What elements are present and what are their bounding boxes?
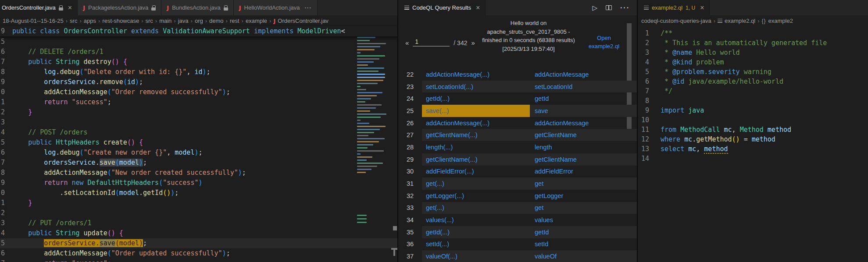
result-link-method[interactable]: valueOf: [535, 253, 557, 260]
code-line: 12where mc.getMethod() = method: [639, 135, 868, 144]
result-link-call[interactable]: getLogger(...): [426, 192, 464, 199]
result-link-method[interactable]: getId: [535, 229, 549, 236]
result-link-call[interactable]: get(...): [426, 204, 444, 211]
result-link-call[interactable]: length(...): [426, 144, 453, 151]
tab-label: CodeQL Query Results: [412, 4, 471, 11]
breadcrumb-folder[interactable]: codeql-custom-queries-java: [641, 18, 711, 24]
breadcrumb-item[interactable]: apps: [84, 18, 96, 24]
overview-ruler-mark: [393, 250, 395, 256]
run-query-icon[interactable]: ▷: [592, 4, 597, 12]
code-token: "Delete order with id: {}": [84, 68, 187, 76]
code-token: *: [661, 58, 672, 66]
tab-bundlesaction[interactable]: J BundlesAction.java: [161, 0, 233, 15]
query-summary: Hello world on apache_struts_cve_2017_98…: [480, 19, 577, 53]
code-token: [12, 199, 28, 207]
code-line: 5: [0, 37, 397, 47]
code-token: [12, 78, 44, 86]
close-icon[interactable]: ×: [68, 4, 72, 11]
result-link-method[interactable]: getClientName: [535, 131, 577, 138]
code-token: ): [171, 189, 175, 197]
more-actions-icon[interactable]: ···: [620, 4, 630, 12]
result-link-method[interactable]: setId: [535, 241, 548, 248]
result-cell: setId: [530, 238, 637, 251]
code-line: 5 * @problem.severity warning: [639, 67, 868, 77]
result-link-call[interactable]: valueOf(...): [426, 253, 457, 260]
breadcrumb-item[interactable]: main: [159, 18, 171, 24]
result-link-method[interactable]: getLogger: [535, 192, 563, 199]
line-content: * @id java/example/hello-world: [657, 77, 783, 86]
line-content: */: [657, 86, 672, 96]
result-link-call[interactable]: addActionMessage(...): [426, 71, 489, 78]
line-number: 5: [0, 238, 6, 248]
code-token: mc: [684, 135, 692, 143]
code-token: *: [661, 68, 672, 76]
tab-example2[interactable]: example2.ql 1, U ×: [639, 0, 710, 15]
result-link-call[interactable]: get(...): [426, 180, 444, 187]
breadcrumb-item[interactable]: OrdersController.jav: [278, 18, 329, 24]
breadcrumb-item[interactable]: rest: [230, 18, 239, 24]
sticky-scroll-line: 9public class OrdersController extends V…: [0, 26, 397, 37]
result-link-method[interactable]: addFieldError: [535, 168, 573, 175]
result-link-call[interactable]: setId(...): [426, 241, 449, 248]
code-token: getMethod: [696, 135, 732, 143]
code-token: debug: [60, 68, 79, 76]
tab-packagelessaction[interactable]: J PackagelessAction.java: [78, 0, 161, 15]
result-row: 24getId(...)getId: [399, 92, 637, 105]
code-token: (: [115, 189, 119, 197]
code-token: mc: [688, 145, 696, 153]
page-number-input[interactable]: 1: [413, 38, 450, 46]
minimap[interactable]: [357, 31, 389, 226]
result-link-call[interactable]: setLocationId(...): [426, 83, 473, 90]
breadcrumb-item[interactable]: demo: [209, 18, 224, 24]
tab-helloworldaction[interactable]: J HelloWorldAction.java ···: [234, 0, 318, 15]
result-link-method[interactable]: length: [535, 144, 552, 151]
result-link-method[interactable]: save: [535, 107, 548, 114]
code-token: [12, 229, 28, 237]
split-editor-icon[interactable]: [606, 5, 612, 10]
breadcrumb-item[interactable]: src: [70, 18, 77, 24]
result-link-call[interactable]: getClientName(...): [426, 131, 478, 138]
tab-actions-icon[interactable]: ···: [305, 4, 312, 11]
line-content: * @name Hello world: [657, 48, 740, 57]
result-link-call[interactable]: save(...): [426, 107, 449, 114]
next-page-icon[interactable]: »: [471, 39, 475, 46]
breadcrumb-file[interactable]: example2.ql: [725, 18, 755, 24]
close-icon[interactable]: ×: [700, 4, 704, 11]
prev-page-icon[interactable]: «: [405, 39, 409, 46]
result-link-method[interactable]: getClientName: [535, 156, 577, 163]
result-link-call[interactable]: getClientName(...): [426, 156, 478, 163]
code-editor[interactable]: 1/**2 * This is an automatically generat…: [639, 26, 868, 163]
breadcrumb-item[interactable]: example: [246, 18, 267, 24]
minimap-line: [357, 92, 382, 93]
breadcrumb-item[interactable]: src: [145, 18, 153, 24]
open-query-link[interactable]: Open example2.ql: [582, 34, 626, 50]
code-token: ,: [696, 145, 704, 153]
result-link-call[interactable]: getId(...): [426, 95, 450, 102]
breadcrumb-item[interactable]: java: [178, 18, 189, 24]
result-link-method[interactable]: getId: [535, 95, 549, 102]
code-editor[interactable]: 56 // DELETE /orders/17 public String de…: [0, 37, 397, 262]
result-link-call[interactable]: getId(...): [426, 229, 450, 236]
line-number: 9: [0, 26, 6, 36]
result-link-method[interactable]: values: [535, 216, 553, 223]
code-token: select: [661, 145, 688, 153]
result-link-call[interactable]: addActionMessage(...): [426, 120, 489, 127]
result-row-number: 30: [399, 166, 422, 178]
result-link-call[interactable]: values(...): [426, 216, 454, 223]
line-number: 0: [0, 188, 6, 198]
breadcrumb-item[interactable]: rest-showcase: [102, 18, 139, 24]
close-icon[interactable]: ×: [476, 4, 480, 11]
tab-codeql-query-results[interactable]: CodeQL Query Results ×: [399, 0, 486, 15]
breadcrumb-symbol[interactable]: example2: [768, 18, 793, 24]
result-cell: get(...): [422, 202, 530, 214]
result-link-method[interactable]: setLocationId: [535, 83, 572, 90]
tab-orderscontroller[interactable]: OrdersController.java ×: [0, 0, 78, 15]
result-link-call[interactable]: addFieldError(...): [426, 168, 474, 175]
breadcrumb-item[interactable]: org: [195, 18, 203, 24]
result-link-method[interactable]: get: [535, 180, 543, 187]
breadcrumb-item[interactable]: 18-August-01--15-16-25: [3, 18, 64, 24]
result-link-method[interactable]: get: [535, 204, 543, 211]
breadcrumb-separator: ›: [174, 18, 175, 24]
result-link-method[interactable]: addActionMessage: [535, 120, 589, 127]
result-link-method[interactable]: addActionMessage: [535, 71, 589, 78]
